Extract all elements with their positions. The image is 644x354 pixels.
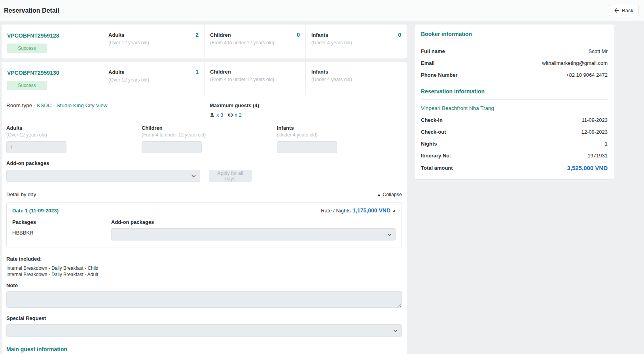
rate-included-title: Rate included: [6,256,402,262]
adults-field: Adults (Over 12 years old) [6,125,142,153]
day-addon-select[interactable] [111,228,396,240]
rate-triangle-icon: ▲ [392,208,396,212]
main-guest-heading: Main guest information [6,346,402,354]
adults-summary: Adults 1 (Over 12 years old) [103,62,204,96]
full-name-row: Full name Scott Mr [421,48,608,54]
check-in-label: Check-in [421,117,443,123]
day-addon-block: Add-on packages [111,219,396,240]
full-name-label: Full name [421,48,445,54]
day-addon-label: Add-on packages [111,219,396,225]
adults-count: 2 [195,32,199,38]
infants-label: Infants [277,125,402,131]
rate-included-line: Internal Breakdown - Daily Breakfast - A… [6,271,402,278]
addon-packages-label: Add-on packages [6,160,402,166]
rate-value: 1,175,000 VND [352,207,390,214]
back-button-label: Back [622,8,633,13]
booker-info-heading: Booker information [421,31,608,42]
infants-field: Infants (Under 4 years old) [277,125,402,153]
max-children: x 2 [228,112,241,118]
adults-label: Adults [6,125,142,131]
collapse-triangle-icon: ▲ [377,193,381,197]
infants-sublabel: (Under 4 years old) [311,77,401,82]
infants-sublabel: (Under 4 years old) [311,40,401,45]
children-count: 0 [297,32,300,38]
reservation-info-heading: Reservation information [421,88,608,100]
special-request-select[interactable] [6,324,402,337]
back-button[interactable]: Back [609,5,638,16]
total-amount-row: Total amount 3,525,000 VND [421,165,608,171]
children-sublabel: (From 4 to under 12 years old) [142,132,277,138]
infants-label: Infants [311,32,328,38]
children-sublabel: (From 4 to under 12 years old) [210,40,300,45]
back-arrow-icon [614,8,619,13]
left-column: VPCOBFNT2959128 Success Adults 2 (Over 1… [2,25,407,354]
adults-count: 1 [195,69,199,75]
phone-row: Phone Number +82 10 9064 2472 [421,72,608,78]
children-summary: Children 0 (From 4 to under 12 years old… [204,25,305,59]
note-textarea[interactable] [6,291,402,308]
phone-value: +82 10 9064 2472 [566,72,608,78]
child-icon [228,112,233,117]
booker-info-card: Booker information Full name Scott Mr Em… [415,25,614,179]
room-type-value: KSDC - Studio King City View [37,102,107,108]
adults-label: Adults [108,69,124,75]
right-column: Booker information Full name Scott Mr Em… [415,25,614,179]
nights-label: Nights [421,141,437,147]
room-type: Room type - KSDC - Studio King City View [6,102,210,118]
collapse-toggle[interactable]: ▲ Collapse [377,192,402,197]
children-field: Children (From 4 to under 12 years old) [142,125,277,153]
check-out-row: Check-out 12-09-2023 [421,129,608,135]
packages-label: Packages [12,219,111,225]
infants-summary: Infants 0 (Under 4 years old) [305,25,407,59]
adults-input[interactable] [6,141,66,153]
addon-packages-select[interactable] [6,170,200,182]
infants-label: Infants [311,69,328,75]
total-amount-value: 3,525,000 VND [567,165,608,171]
day-detail-card: Date 1 (11-09-2023) Rate / Nights 1,175,… [6,202,402,247]
infants-count: 0 [398,32,401,38]
apply-all-days-button[interactable]: Apply for all days [209,170,252,182]
check-in-row: Check-in 11-09-2023 [421,117,608,123]
packages-value: HBBBKR [12,230,111,236]
full-name-value: Scott Mr [589,48,608,54]
reservation-card-2959128: VPCOBFNT2959128 Success Adults 2 (Over 1… [2,25,407,59]
rate-included-line: Internal Breakdown - Daily Breakfast - C… [6,265,402,271]
children-summary: Children (From 4 to under 12 years old) [204,62,305,96]
adult-icon [210,112,215,117]
special-request-label: Special Request [6,315,402,321]
phone-label: Phone Number [421,72,457,78]
itinerary-label: Itinerary No. [421,153,451,159]
rate-label: Rate / Nights [321,208,350,214]
itinerary-value: 1971931 [587,153,608,159]
divider [6,96,402,96]
status-badge: Success [7,44,47,53]
children-label: Children [210,32,231,38]
chevron-down-icon [191,173,196,178]
adults-label: Adults [108,32,124,38]
reservation-summary-row: VPCOBFNT2959128 Success Adults 2 (Over 1… [2,25,407,59]
email-row: Email withallmarketing@gmail.com [421,60,608,66]
max-guests: Maximum guests (4) x 3 [210,102,259,118]
adults-sublabel: (Over 12 years old) [108,40,199,45]
check-in-value: 11-09-2023 [581,117,608,123]
rate-included-section: Rate included: Internal Breakdown - Dail… [6,256,402,278]
packages-block: Packages HBBBKR [12,219,111,240]
reservation-code: VPCOBFNT2959128 [7,32,97,39]
max-adults-count: x 3 [216,112,223,118]
collapse-label: Collapse [383,192,402,197]
infants-input[interactable] [277,141,337,153]
day-date: Date 1 (11-09-2023) [12,208,59,214]
infants-summary: Infants (Under 4 years old) [305,62,407,96]
rate-nights[interactable]: Rate / Nights 1,175,000 VND ▲ [321,207,396,214]
reservation-code: VPCOBFNT2959130 [7,70,97,76]
nights-row: Nights 1 [421,141,608,147]
adults-summary: Adults 2 (Over 12 years old) [103,25,204,59]
page-header: Reservation Detail Back [0,0,644,21]
children-label: Children [210,69,231,75]
hotel-link[interactable]: Vinpearl Beachfront Nha Trang [421,105,608,111]
children-input[interactable] [142,141,202,153]
chevron-down-icon [393,328,398,333]
total-amount-label: Total amount [421,165,453,171]
chevron-down-icon [387,232,392,237]
email-label: Email [421,60,435,66]
